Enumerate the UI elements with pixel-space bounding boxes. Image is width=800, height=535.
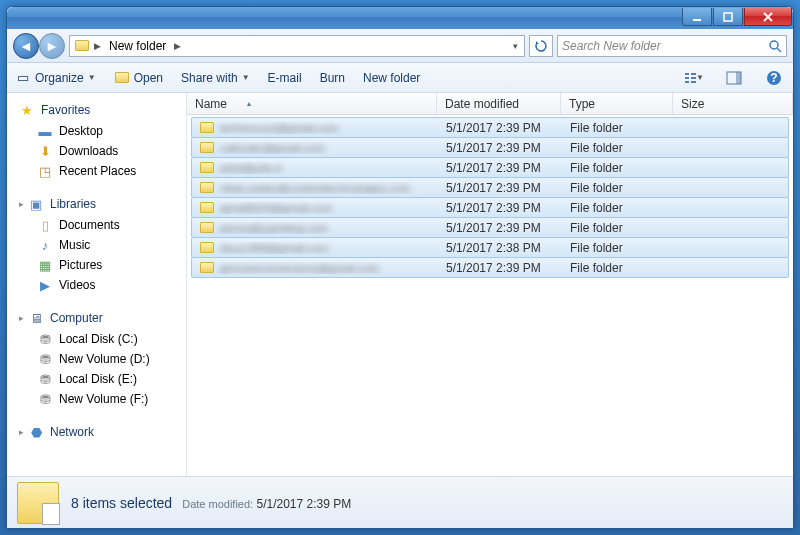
- chevron-down-icon: ▼: [88, 73, 96, 82]
- folder-icon: [200, 242, 214, 253]
- file-date: 5/1/2017 2:39 PM: [438, 261, 562, 275]
- file-type: File folder: [562, 201, 674, 215]
- column-size[interactable]: Size: [673, 93, 793, 114]
- sidebar-item-music[interactable]: ♪Music: [7, 235, 186, 255]
- file-row[interactable]: james@jcgolding.com5/1/2017 2:39 PMFile …: [191, 217, 789, 238]
- titlebar[interactable]: [7, 7, 793, 29]
- column-headers: Name▴ Date modified Type Size: [187, 93, 793, 115]
- view-menu[interactable]: ▼: [683, 68, 705, 88]
- expand-icon[interactable]: ▸: [19, 313, 24, 323]
- help-button[interactable]: ?: [763, 68, 785, 88]
- sidebar-item-drive-e[interactable]: ⛃Local Disk (E:): [7, 369, 186, 389]
- computer-group[interactable]: ▸ 🖥 Computer: [7, 307, 186, 329]
- file-name: ajmal8024@gmail.com: [220, 202, 332, 214]
- navigation-pane: ★ Favorites ▬Desktop ⬇Downloads ◳Recent …: [7, 93, 187, 476]
- address-bar[interactable]: ▶ New folder ▶ ▾: [69, 35, 525, 57]
- network-group[interactable]: ▸ ⬣ Network: [7, 421, 186, 443]
- folder-icon: [74, 38, 90, 54]
- breadcrumb-current[interactable]: New folder: [105, 37, 170, 55]
- drive-icon: ⛃: [37, 391, 53, 407]
- breadcrumb-separator-icon[interactable]: ▶: [174, 41, 181, 51]
- email-button[interactable]: E-mail: [268, 71, 302, 85]
- folder-icon: [200, 262, 214, 273]
- folder-icon: [200, 122, 214, 133]
- search-box[interactable]: Search New folder: [557, 35, 787, 57]
- command-bar: ▭ Organize ▼ Open Share with ▼ E-mail Bu…: [7, 63, 793, 93]
- folder-icon: [200, 142, 214, 153]
- music-icon: ♪: [37, 237, 53, 253]
- preview-pane-button[interactable]: [723, 68, 745, 88]
- column-date[interactable]: Date modified: [437, 93, 561, 114]
- file-name: james@jcgolding.com: [220, 222, 328, 234]
- refresh-button[interactable]: [529, 35, 553, 57]
- close-button[interactable]: [744, 8, 792, 26]
- file-name: juliet@julie.it: [220, 162, 282, 174]
- organize-icon: ▭: [15, 70, 31, 86]
- sidebar-item-drive-c[interactable]: ⛃Local Disk (C:): [7, 329, 186, 349]
- sidebar-item-documents[interactable]: ▯Documents: [7, 215, 186, 235]
- expand-icon[interactable]: ▸: [19, 427, 24, 437]
- sidebar-item-recent[interactable]: ◳Recent Places: [7, 161, 186, 181]
- column-type[interactable]: Type: [561, 93, 673, 114]
- column-name[interactable]: Name▴: [187, 93, 437, 114]
- maximize-button[interactable]: [713, 8, 743, 26]
- file-name: callmattv@gmail.com: [220, 142, 325, 154]
- file-name: techmocom@gmail.com: [220, 122, 338, 134]
- back-button[interactable]: ◄: [13, 33, 39, 59]
- file-date: 5/1/2017 2:39 PM: [438, 201, 562, 215]
- pictures-icon: ▦: [37, 257, 53, 273]
- libraries-group[interactable]: ▸ ▣ Libraries: [7, 193, 186, 215]
- chevron-down-icon: ▼: [696, 73, 704, 82]
- file-type: File folder: [562, 121, 674, 135]
- file-row[interactable]: dscy1389@gmail.com5/1/2017 2:38 PMFile f…: [191, 237, 789, 258]
- sidebar-item-downloads[interactable]: ⬇Downloads: [7, 141, 186, 161]
- organize-menu[interactable]: ▭ Organize ▼: [15, 70, 96, 86]
- svg-rect-0: [693, 19, 701, 21]
- file-date: 5/1/2017 2:39 PM: [438, 121, 562, 135]
- expand-icon[interactable]: ▸: [19, 199, 24, 209]
- file-type: File folder: [562, 261, 674, 275]
- sidebar-item-pictures[interactable]: ▦Pictures: [7, 255, 186, 275]
- sidebar-item-videos[interactable]: ▶Videos: [7, 275, 186, 295]
- file-type: File folder: [562, 161, 674, 175]
- file-row[interactable]: juliet@julie.it5/1/2017 2:39 PMFile fold…: [191, 157, 789, 178]
- sidebar-item-drive-f[interactable]: ⛃New Volume (F:): [7, 389, 186, 409]
- network-icon: ⬣: [28, 424, 44, 440]
- file-type: File folder: [562, 241, 674, 255]
- recent-icon: ◳: [37, 163, 53, 179]
- favorites-group[interactable]: ★ Favorites: [7, 99, 186, 121]
- file-row[interactable]: vikas.yadav@contenttechnologies.com5/1/2…: [191, 177, 789, 198]
- address-dropdown-icon[interactable]: ▾: [506, 41, 524, 51]
- minimize-button[interactable]: [682, 8, 712, 26]
- search-icon[interactable]: [768, 39, 782, 53]
- open-icon: [114, 70, 130, 86]
- libraries-icon: ▣: [28, 196, 44, 212]
- folder-icon: [200, 222, 214, 233]
- details-pane: 8 items selected Date modified: 5/1/2017…: [7, 476, 793, 528]
- sidebar-item-desktop[interactable]: ▬Desktop: [7, 121, 186, 141]
- details-meta-label: Date modified:: [182, 498, 253, 510]
- chevron-down-icon: ▼: [242, 73, 250, 82]
- file-row[interactable]: ajmal8024@gmail.com5/1/2017 2:39 PMFile …: [191, 197, 789, 218]
- file-row[interactable]: genuineconversions@gmail.com5/1/2017 2:3…: [191, 257, 789, 278]
- sort-ascending-icon: ▴: [247, 99, 251, 108]
- svg-rect-6: [685, 81, 689, 83]
- forward-button[interactable]: ►: [39, 33, 65, 59]
- folder-icon: [200, 162, 214, 173]
- file-row[interactable]: callmattv@gmail.com5/1/2017 2:39 PMFile …: [191, 137, 789, 158]
- computer-icon: 🖥: [28, 310, 44, 326]
- drive-icon: ⛃: [37, 331, 53, 347]
- burn-button[interactable]: Burn: [320, 71, 345, 85]
- svg-point-2: [770, 41, 778, 49]
- file-type: File folder: [562, 141, 674, 155]
- svg-rect-4: [685, 73, 689, 75]
- share-menu[interactable]: Share with ▼: [181, 71, 250, 85]
- sidebar-item-drive-d[interactable]: ⛃New Volume (D:): [7, 349, 186, 369]
- file-row[interactable]: techmocom@gmail.com5/1/2017 2:39 PMFile …: [191, 117, 789, 138]
- drive-icon: ⛃: [37, 351, 53, 367]
- file-name: genuineconversions@gmail.com: [220, 262, 379, 274]
- newfolder-button[interactable]: New folder: [363, 71, 420, 85]
- file-date: 5/1/2017 2:38 PM: [438, 241, 562, 255]
- open-button[interactable]: Open: [114, 70, 163, 86]
- folder-icon: [200, 182, 214, 193]
